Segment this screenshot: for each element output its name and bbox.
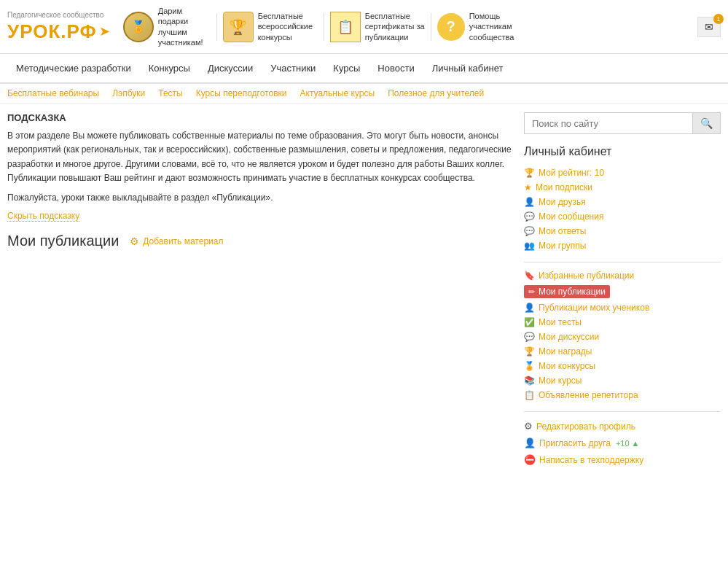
logo-main[interactable]: УРОК.РФ ➤ xyxy=(7,20,110,43)
banner-sep-2 xyxy=(324,13,324,41)
logo-area: Педагогическое сообщество УРОК.РФ ➤ xyxy=(7,11,110,43)
search-button[interactable]: 🔍 xyxy=(693,112,721,134)
content-wrapper: ПОДСКАЗКА В этом разделе Вы можете публи… xyxy=(0,104,728,477)
banner-certs-text: Бесплатные сертификаты за публикации xyxy=(365,11,425,42)
people-icon: 👤 xyxy=(524,197,535,207)
invite-plus-badge: +10 ▲ xyxy=(616,439,640,448)
bookmark-icon: 🔖 xyxy=(524,271,535,281)
banner-certs[interactable]: 📋 Бесплатные сертификаты за публикации xyxy=(330,11,425,42)
main-content: ПОДСКАЗКА В этом разделе Вы можете публи… xyxy=(7,112,513,468)
subnav-aktualnye[interactable]: Актуальные курсы xyxy=(300,88,375,98)
sidebar-item-favorites[interactable]: 🔖 Избранные публикации xyxy=(524,268,721,283)
sidebar-mycourses-label: Мои курсы xyxy=(539,375,582,386)
subnav-poleznoe[interactable]: Полезное для учителей xyxy=(388,88,484,98)
sidebar-item-subscriptions[interactable]: ★ Мои подписки xyxy=(524,180,721,195)
sidebar-item-mycontests[interactable]: 🏅 Мои конкурсы xyxy=(524,359,721,373)
group-icon: 👥 xyxy=(524,241,535,251)
sidebar-item-support[interactable]: ⛔ Написать в техподдержку xyxy=(524,451,721,468)
sidebar-messages-label: Мои сообщения xyxy=(539,211,603,222)
add-material-button[interactable]: ⚙ Добавить материал xyxy=(130,236,223,247)
hide-hint-link[interactable]: Скрыть подсказку xyxy=(7,211,79,222)
sidebar: 🔍 Личный кабинет 🏆 Мой рейтинг: 10 ★ Мои… xyxy=(524,112,721,468)
discuss-icon: 💬 xyxy=(524,332,535,342)
sub-nav: Бесплатные вебинары Лэпбуки Тесты Курсы … xyxy=(0,84,728,104)
sidebar-answers-label: Мои ответы xyxy=(539,226,586,236)
gear-icon: ⚙ xyxy=(524,421,533,432)
answer-icon: 💬 xyxy=(524,226,535,236)
logo-arrow-icon: ➤ xyxy=(99,23,110,39)
nav-metodicheskie[interactable]: Методические разработки xyxy=(7,54,140,82)
help-icon: ? xyxy=(437,13,465,41)
nav-uchastniki[interactable]: Участники xyxy=(262,54,324,82)
sidebar-item-messages[interactable]: 💬 Мои сообщения xyxy=(524,209,721,224)
sidebar-top-links: 🏆 Мой рейтинг: 10 ★ Мои подписки 👤 Мои д… xyxy=(524,166,721,253)
banner-sep-3 xyxy=(431,13,431,41)
hint-text: В этом разделе Вы можете публиковать соб… xyxy=(7,129,513,185)
cert-icon: 📋 xyxy=(330,12,361,42)
sidebar-item-editprofile[interactable]: ⚙ Редактировать профиль xyxy=(524,418,721,435)
sidebar-item-mytests[interactable]: ✅ Мои тесты xyxy=(524,315,721,330)
sidebar-item-answers[interactable]: 💬 Мои ответы xyxy=(524,224,721,238)
add-material-icon: ⚙ xyxy=(130,236,139,247)
sidebar-item-mypubs[interactable]: ✏ Мои публикации xyxy=(524,283,721,300)
logo-subtitle: Педагогическое сообщество xyxy=(7,11,110,19)
trophy-icon-small: 🏆 xyxy=(524,168,535,178)
pencil-icon: ✏ xyxy=(528,287,535,297)
nav-lichnyj[interactable]: Личный кабинет xyxy=(423,54,512,82)
sidebar-favorites-label: Избранные публикации xyxy=(539,271,634,281)
nav-kursy[interactable]: Курсы xyxy=(324,54,369,82)
hint-text2: Пожалуйста, уроки также выкладывайте в р… xyxy=(7,191,513,205)
contest-icon: 🏅 xyxy=(524,361,535,371)
sidebar-item-friends[interactable]: 👤 Мои друзья xyxy=(524,195,721,209)
publications-title: Мои публикации xyxy=(7,233,119,249)
banner-gifts-text: Дарим подарки лучшим участникам! xyxy=(158,6,211,47)
subnav-testy[interactable]: Тесты xyxy=(158,88,182,98)
sidebar-item-mycourses[interactable]: 📚 Мои курсы xyxy=(524,373,721,388)
courses-icon: 📚 xyxy=(524,375,535,386)
nav-diskussii[interactable]: Дискуссии xyxy=(199,54,262,82)
student-icon: 👤 xyxy=(524,303,535,313)
search-box: 🔍 xyxy=(524,112,721,134)
sidebar-groups-label: Мои группы xyxy=(539,241,586,251)
hint-title: ПОДСКАЗКА xyxy=(7,112,513,123)
sidebar-friends-label: Мои друзья xyxy=(539,197,586,207)
support-icon: ⛔ xyxy=(524,454,536,465)
sidebar-item-studentpubs[interactable]: 👤 Публикации моих учеников xyxy=(524,300,721,315)
sidebar-editprofile-label: Редактировать профиль xyxy=(536,421,635,432)
medal-icon: 🏅 xyxy=(123,12,154,42)
sidebar-section-title: Личный кабинет xyxy=(524,145,721,158)
sidebar-item-groups[interactable]: 👥 Мои группы xyxy=(524,238,721,253)
sidebar-bottom-links: ⚙ Редактировать профиль 👤 Пригласить дру… xyxy=(524,418,721,468)
notification-icon[interactable]: ✉ 1 xyxy=(697,17,721,37)
sidebar-item-invite[interactable]: 👤 Пригласить друга +10 ▲ xyxy=(524,435,721,451)
banner-help[interactable]: ? Помощь участникам сообщества xyxy=(437,11,532,42)
header-banners: 🏅 Дарим подарки лучшим участникам! 🏆 Бес… xyxy=(123,6,690,47)
trophy-icon: 🏆 xyxy=(223,12,254,42)
sidebar-divider-1 xyxy=(524,262,721,262)
banner-gifts[interactable]: 🏅 Дарим подарки лучшим участникам! xyxy=(123,6,211,47)
subnav-lapbuki[interactable]: Лэпбуки xyxy=(112,88,145,98)
sidebar-tutor-label: Объявление репетитора xyxy=(539,390,638,400)
nav-konkursy[interactable]: Конкурсы xyxy=(140,54,199,82)
sidebar-mydiscussions-label: Мои дискуссии xyxy=(539,332,599,342)
publications-header: Мои публикации ⚙ Добавить материал xyxy=(7,233,513,249)
sidebar-support-label: Написать в техподдержку xyxy=(539,455,643,465)
subnav-kursy[interactable]: Курсы переподготовки xyxy=(196,88,287,98)
sidebar-item-myawards[interactable]: 🏆 Мои награды xyxy=(524,344,721,359)
nav-novosti[interactable]: Новости xyxy=(369,54,423,82)
sidebar-rating-label: Мой рейтинг: 10 xyxy=(539,168,604,178)
search-input[interactable] xyxy=(524,112,693,134)
sidebar-item-tutor[interactable]: 📋 Объявление репетитора xyxy=(524,388,721,402)
header: Педагогическое сообщество УРОК.РФ ➤ 🏅 Да… xyxy=(0,0,728,54)
add-material-label: Добавить материал xyxy=(143,236,223,246)
sidebar-mid-links: 🔖 Избранные публикации ✏ Мои публикации … xyxy=(524,268,721,402)
sidebar-item-rating[interactable]: 🏆 Мой рейтинг: 10 xyxy=(524,166,721,180)
banner-contests-text: Бесплатные всероссийские конкурсы xyxy=(258,11,318,42)
banner-contests[interactable]: 🏆 Бесплатные всероссийские конкурсы xyxy=(223,11,318,42)
sidebar-mypubs-label: Мои публикации xyxy=(539,287,606,297)
sidebar-mycontests-label: Мои конкурсы xyxy=(539,361,595,371)
check-icon: ✅ xyxy=(524,317,535,327)
banner-sep-1 xyxy=(216,13,217,41)
sidebar-item-mydiscussions[interactable]: 💬 Мои дискуссии xyxy=(524,330,721,344)
subnav-vebinary[interactable]: Бесплатные вебинары xyxy=(7,88,99,98)
